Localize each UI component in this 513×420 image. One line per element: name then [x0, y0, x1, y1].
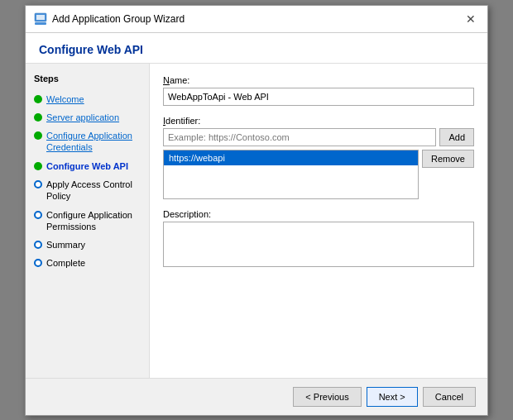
step-dot-server: [34, 113, 42, 122]
step-configure-web-api: Configure Web API: [34, 159, 141, 174]
step-label-permissions: Configure Application Permissions: [46, 209, 141, 233]
dialog-title: Add Application Group Wizard: [52, 13, 185, 25]
name-input[interactable]: [163, 88, 474, 106]
cancel-button[interactable]: Cancel: [423, 387, 476, 407]
step-label-access: Apply Access Control Policy: [46, 179, 141, 203]
footer: < Previous Next > Cancel: [26, 378, 487, 415]
title-bar-left: Add Application Group Wizard: [34, 12, 185, 26]
step-label-server[interactable]: Server application: [46, 112, 119, 123]
list-with-buttons: https://webapi Remove: [163, 150, 474, 199]
identifier-label: Identifier:: [163, 116, 474, 126]
step-access-control: Apply Access Control Policy: [34, 177, 141, 204]
step-label-summary: Summary: [46, 239, 85, 251]
step-dot-complete: [34, 259, 42, 267]
svg-rect-1: [36, 15, 45, 20]
step-welcome[interactable]: Welcome: [34, 92, 141, 107]
close-button[interactable]: ✕: [463, 11, 479, 27]
step-label-credentials[interactable]: Configure Application Credentials: [46, 130, 141, 154]
title-bar: Add Application Group Wizard ✕: [26, 6, 487, 33]
step-configure-credentials[interactable]: Configure Application Credentials: [34, 128, 141, 155]
previous-button[interactable]: < Previous: [293, 387, 361, 407]
identifier-list-area: https://webapi: [163, 150, 419, 199]
name-label: Name:: [163, 75, 474, 85]
remove-button[interactable]: Remove: [422, 150, 474, 168]
step-summary: Summary: [34, 237, 141, 252]
name-group: Name:: [163, 75, 474, 106]
list-buttons: Remove: [422, 150, 474, 168]
identifier-list: https://webapi: [163, 150, 419, 199]
wizard-icon: [34, 12, 47, 26]
step-label-complete: Complete: [46, 257, 85, 269]
svg-rect-2: [35, 22, 46, 25]
step-app-permissions: Configure Application Permissions: [34, 208, 141, 235]
steps-panel: Steps Welcome Server application Configu…: [26, 64, 150, 378]
step-dot-webapi: [34, 162, 42, 170]
description-group: Description:: [163, 209, 474, 270]
step-dot-summary: [34, 241, 42, 249]
steps-title: Steps: [34, 74, 141, 84]
step-label-welcome[interactable]: Welcome: [46, 93, 84, 105]
step-dot-permissions: [34, 211, 42, 219]
step-label-webapi: Configure Web API: [46, 160, 128, 172]
identifier-row: Add: [163, 128, 474, 146]
step-dot-welcome: [34, 95, 42, 103]
step-complete: Complete: [34, 255, 141, 270]
identifier-input[interactable]: [163, 128, 436, 146]
step-dot-access: [34, 180, 42, 189]
step-dot-credentials: [34, 131, 42, 140]
description-label: Description:: [163, 209, 474, 219]
step-server-application[interactable]: Server application: [34, 110, 141, 125]
add-button[interactable]: Add: [439, 128, 474, 146]
description-input[interactable]: [163, 222, 474, 267]
identifier-section: Identifier: Add https://webapi Remove: [163, 116, 474, 199]
page-title: Configure Web API: [26, 33, 487, 64]
identifier-item[interactable]: https://webapi: [164, 150, 418, 165]
content-area: Steps Welcome Server application Configu…: [26, 64, 487, 378]
main-panel: Name: Identifier: Add https://webapi: [150, 64, 487, 378]
dialog: Add Application Group Wizard ✕ Configure…: [25, 5, 488, 416]
next-button[interactable]: Next >: [367, 387, 418, 407]
